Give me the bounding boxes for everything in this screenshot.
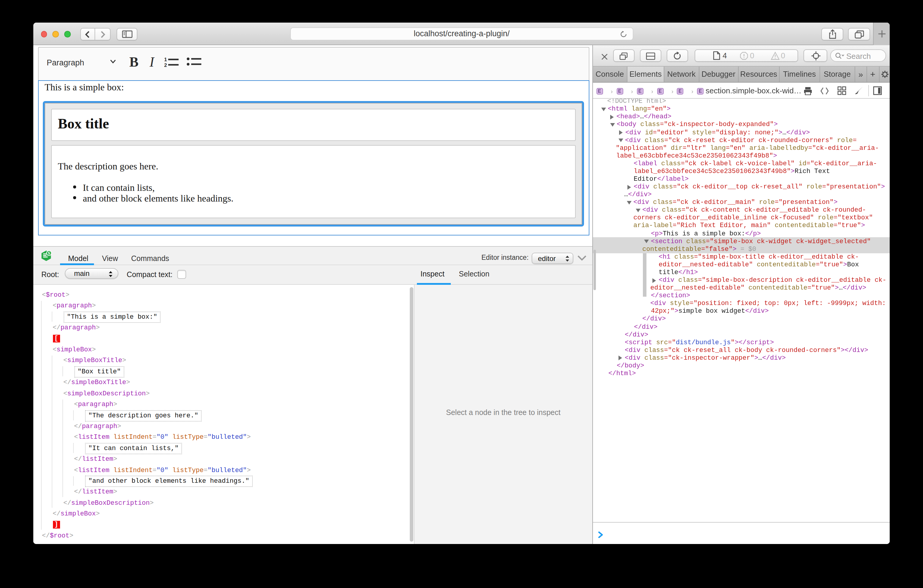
svg-text:2: 2 [164, 62, 167, 67]
svg-text:5: 5 [48, 251, 50, 255]
svg-text:1: 1 [164, 57, 167, 62]
